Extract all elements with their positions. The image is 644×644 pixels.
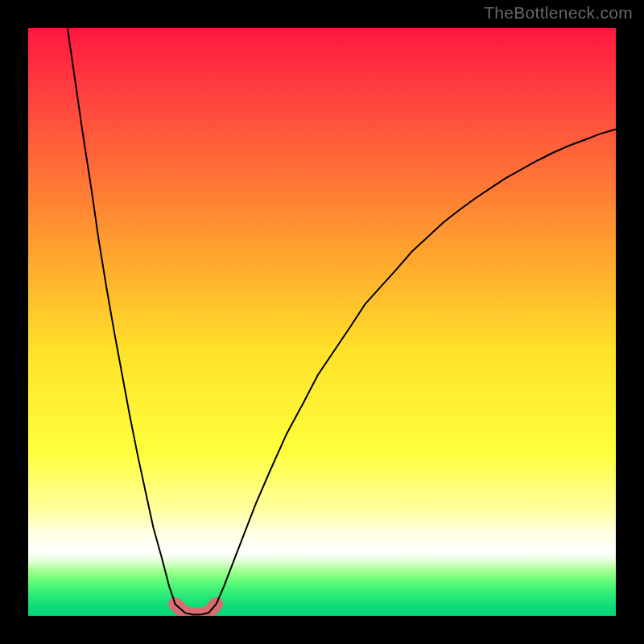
watermark-text: TheBottleneck.com [484, 3, 633, 23]
chart-canvas [28, 28, 616, 616]
chart-background [28, 28, 616, 616]
chart-frame: TheBottleneck.com [0, 0, 644, 644]
